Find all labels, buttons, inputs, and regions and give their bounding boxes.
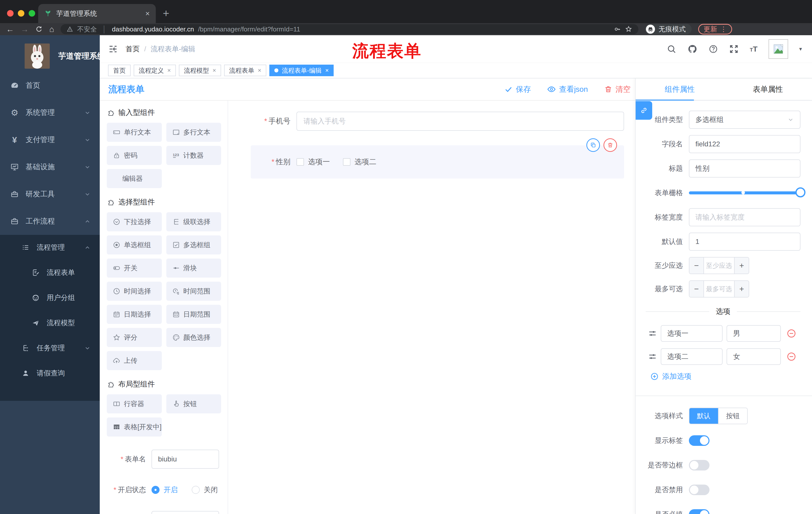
stepper-plus-button[interactable]: + bbox=[734, 281, 749, 297]
palette-item-multi-line-text[interactable]: 多行文本 bbox=[166, 123, 221, 142]
minimize-window-button[interactable] bbox=[18, 10, 24, 17]
search-icon[interactable] bbox=[667, 44, 676, 54]
reload-icon[interactable] bbox=[35, 25, 43, 33]
default-value-input[interactable] bbox=[689, 233, 801, 251]
help-icon[interactable] bbox=[708, 44, 718, 54]
hamburger-icon[interactable] bbox=[108, 44, 118, 54]
sidebar-item-process-form[interactable]: 流程表单 bbox=[0, 260, 100, 285]
tag-close-icon[interactable]: × bbox=[325, 67, 329, 74]
form-remark-textarea[interactable] bbox=[151, 511, 219, 514]
sidebar-item-infra[interactable]: 基础设施 bbox=[0, 154, 100, 181]
palette-item-time-picker[interactable]: 时间选择 bbox=[107, 282, 162, 301]
stepper-input[interactable]: 最多可选 bbox=[704, 281, 734, 297]
palette-item-row-container[interactable]: 行容器 bbox=[107, 394, 162, 413]
style-button-button[interactable]: 按钮 bbox=[718, 408, 747, 424]
form-name-input[interactable] bbox=[151, 450, 219, 469]
sidebar-item-payment[interactable]: ¥ 支付管理 bbox=[0, 126, 100, 154]
option-value-input[interactable] bbox=[727, 348, 781, 365]
checkbox[interactable] bbox=[296, 158, 304, 166]
font-size-icon[interactable]: TT bbox=[750, 45, 757, 53]
sidebar-item-system[interactable]: ⚙ 系统管理 bbox=[0, 99, 100, 126]
disabled-toggle[interactable] bbox=[689, 485, 709, 495]
palette-item-rate[interactable]: 评分 bbox=[107, 328, 162, 347]
palette-item-checkbox-group[interactable]: 多选框组 bbox=[166, 235, 221, 254]
palette-item-cascader[interactable]: 级联选择 bbox=[166, 212, 221, 231]
tab-component-props[interactable]: 组件属性 bbox=[636, 78, 724, 100]
sidebar-item-leave-query[interactable]: 请假查询 bbox=[0, 360, 100, 386]
fullscreen-icon[interactable] bbox=[729, 44, 738, 54]
palette-item-upload[interactable]: 上传 bbox=[107, 351, 162, 370]
sidebar-item-workflow[interactable]: 工作流程 bbox=[0, 208, 100, 235]
palette-item-select[interactable]: 下拉选择 bbox=[107, 212, 162, 231]
palette-item-time-range[interactable]: 时间范围 bbox=[166, 282, 221, 301]
show-label-toggle[interactable] bbox=[689, 435, 709, 446]
breadcrumb-home[interactable]: 首页 bbox=[126, 44, 140, 54]
status-on-radio[interactable]: 开启 bbox=[151, 485, 178, 495]
phone-input[interactable] bbox=[296, 112, 624, 131]
remove-option-button[interactable] bbox=[786, 352, 796, 361]
browser-tab[interactable]: 芋道管理系统 × bbox=[38, 4, 156, 23]
tag-process-definition[interactable]: 流程定义× bbox=[134, 64, 176, 76]
status-off-radio[interactable]: 关闭 bbox=[192, 485, 218, 495]
save-button[interactable]: 保存 bbox=[504, 84, 531, 94]
new-tab-button[interactable]: + bbox=[163, 7, 169, 20]
tag-process-model[interactable]: 流程模型× bbox=[179, 64, 221, 76]
palette-item-button[interactable]: 按钮 bbox=[166, 394, 221, 413]
stepper-input[interactable]: 至少应选 bbox=[704, 258, 734, 274]
tag-close-icon[interactable]: × bbox=[167, 67, 171, 74]
sidebar-item-home[interactable]: 首页 bbox=[0, 72, 100, 99]
drag-handle-icon[interactable] bbox=[648, 352, 657, 361]
tag-home[interactable]: 首页 bbox=[108, 64, 130, 76]
zoom-window-button[interactable] bbox=[29, 10, 35, 17]
slider-handle[interactable] bbox=[795, 187, 806, 197]
label-width-input[interactable] bbox=[689, 208, 801, 226]
stepper-minus-button[interactable]: − bbox=[689, 258, 704, 274]
stepper-minus-button[interactable]: − bbox=[689, 281, 704, 297]
palette-item-password[interactable]: 密码 bbox=[107, 146, 162, 165]
style-default-button[interactable]: 默认 bbox=[689, 408, 718, 424]
sidebar-item-process-manage[interactable]: 流程管理 bbox=[0, 235, 100, 260]
sidebar-item-user-group[interactable]: 用户分组 bbox=[0, 285, 100, 310]
github-icon[interactable] bbox=[687, 44, 697, 54]
slider-track[interactable] bbox=[689, 191, 801, 194]
forward-icon[interactable]: → bbox=[21, 25, 29, 33]
tag-close-icon[interactable]: × bbox=[212, 67, 216, 74]
binding-link-tab[interactable] bbox=[636, 101, 652, 120]
tab-form-props[interactable]: 表单属性 bbox=[724, 78, 812, 100]
required-toggle[interactable] bbox=[689, 509, 709, 514]
browser-menu-dots-icon[interactable]: ⋮ bbox=[720, 25, 727, 33]
drag-handle-icon[interactable] bbox=[648, 329, 657, 338]
avatar[interactable] bbox=[768, 39, 788, 59]
view-json-button[interactable]: 查看json bbox=[547, 84, 588, 94]
browser-update-button[interactable]: 更新 ⋮ bbox=[698, 24, 732, 34]
component-type-select[interactable]: 多选框组 bbox=[689, 111, 801, 129]
palette-item-table[interactable]: 表格[开发中] bbox=[107, 417, 162, 437]
border-toggle[interactable] bbox=[689, 460, 709, 470]
palette-item-radio-group[interactable]: 单选框组 bbox=[107, 235, 162, 254]
clear-button[interactable]: 清空 bbox=[604, 84, 631, 94]
delete-component-button[interactable] bbox=[604, 138, 617, 152]
bookmark-star-icon[interactable] bbox=[625, 25, 632, 33]
form-grid-slider[interactable] bbox=[689, 184, 801, 202]
stepper-plus-button[interactable]: + bbox=[734, 258, 749, 274]
avatar-caret-icon[interactable]: ▾ bbox=[799, 46, 802, 52]
title-input[interactable] bbox=[689, 159, 801, 178]
palette-item-date-picker[interactable]: 日期选择 bbox=[107, 305, 162, 324]
tab-close-icon[interactable]: × bbox=[145, 9, 150, 18]
palette-item-color-picker[interactable]: 颜色选择 bbox=[166, 328, 221, 347]
tag-process-form-edit[interactable]: 流程表单-编辑× bbox=[269, 64, 334, 76]
palette-item-single-line-text[interactable]: 单行文本 bbox=[107, 123, 162, 142]
key-icon[interactable] bbox=[614, 26, 621, 33]
palette-item-switch[interactable]: 开关 bbox=[107, 259, 162, 278]
checkbox[interactable] bbox=[343, 158, 350, 166]
gender-option-1-checkbox[interactable]: 选项一 bbox=[296, 157, 330, 167]
remove-option-button[interactable] bbox=[786, 328, 796, 339]
palette-item-slider[interactable]: 滑块 bbox=[166, 259, 221, 278]
gender-option-2-checkbox[interactable]: 选项二 bbox=[343, 157, 376, 167]
sidebar-item-process-model[interactable]: 流程模型 bbox=[0, 310, 100, 335]
canvas-field-phone[interactable]: *手机号 bbox=[243, 112, 624, 131]
close-window-button[interactable] bbox=[7, 10, 13, 17]
option-value-input[interactable] bbox=[727, 325, 781, 342]
home-icon[interactable]: ⌂ bbox=[49, 25, 54, 33]
tag-close-icon[interactable]: × bbox=[258, 67, 261, 74]
